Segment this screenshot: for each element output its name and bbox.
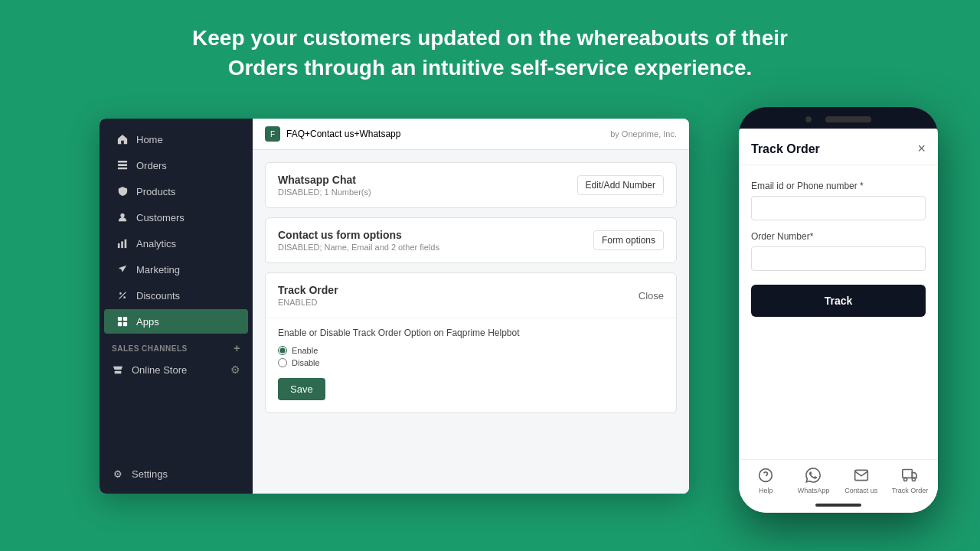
svg-rect-17 <box>903 470 913 478</box>
content-area: Whatsapp Chat DISABLED; 1 Number(s) Edit… <box>253 150 689 494</box>
help-icon <box>756 466 775 484</box>
sidebar-item-marketing[interactable]: Marketing <box>104 257 248 282</box>
track-label: Track Order <box>892 487 929 494</box>
order-input[interactable] <box>751 246 926 271</box>
svg-rect-0 <box>118 161 127 163</box>
topbar-left: F FAQ+Contact us+Whatsapp <box>265 126 400 142</box>
apps-icon <box>116 315 129 328</box>
topbar: F FAQ+Contact us+Whatsapp by Oneprime, I… <box>253 119 689 150</box>
track-order-body: Enable or Disable Track Order Option on … <box>266 318 676 412</box>
svg-marker-18 <box>913 473 917 478</box>
svg-rect-13 <box>123 322 127 326</box>
sidebar-item-home[interactable]: Home <box>104 127 248 152</box>
svg-point-8 <box>123 296 126 298</box>
analytics-icon <box>116 237 129 249</box>
whatsapp-edit-btn[interactable]: Edit/Add Number <box>577 175 664 195</box>
save-btn[interactable]: Save <box>278 378 325 400</box>
home-icon <box>116 133 129 145</box>
enable-radio-input[interactable] <box>278 346 287 355</box>
contact-card: Contact us form options DISABLED; Name, … <box>265 217 677 263</box>
phone-bottom-bar: Help WhatsApp Contact us <box>739 459 938 500</box>
contact-form-btn[interactable]: Form options <box>593 230 664 250</box>
customers-icon <box>116 211 129 223</box>
svg-rect-1 <box>118 164 127 166</box>
whatsapp-status: DISABLED; 1 Number(s) <box>278 187 371 197</box>
track-order-close-btn[interactable]: Close <box>639 290 664 302</box>
sidebar-item-discounts[interactable]: Discounts <box>104 283 248 308</box>
sidebar-item-customers[interactable]: Customers <box>104 205 248 230</box>
phone-bottom-outer: Help WhatsApp Contact us <box>739 459 938 513</box>
discounts-icon <box>116 289 129 302</box>
contact-icon <box>852 466 871 484</box>
phone-modal-title: Track Order <box>751 142 820 156</box>
whatsapp-title: Whatsapp Chat <box>278 174 371 186</box>
products-icon <box>116 185 129 197</box>
sales-channels-label: SALES CHANNELS + <box>100 334 253 357</box>
main-content: F FAQ+Contact us+Whatsapp by Oneprime, I… <box>253 119 689 494</box>
whatsapp-icon <box>804 466 822 484</box>
track-order-title: Track Order <box>278 284 338 296</box>
sidebar-item-orders[interactable]: Orders <box>104 153 248 178</box>
sidebar-item-analytics[interactable]: Analytics <box>104 231 248 256</box>
phone-nav-contact[interactable]: Contact us <box>844 466 878 494</box>
track-icon <box>900 466 919 484</box>
marketing-icon <box>116 263 129 276</box>
phone-top <box>739 107 938 129</box>
phone-modal-body: Email id or Phone number * Order Number*… <box>739 165 938 459</box>
contact-label: Contact us <box>844 487 877 494</box>
add-sales-channel-icon[interactable]: + <box>234 342 240 354</box>
enable-radio[interactable]: Enable <box>278 346 664 355</box>
phone-nav-track[interactable]: Track Order <box>892 466 929 494</box>
settings-icon: ⚙ <box>112 468 124 480</box>
phone-speaker <box>825 116 871 122</box>
contact-title: Contact us form options <box>278 229 439 241</box>
phone-camera <box>805 116 812 122</box>
settings-gear-icon[interactable]: ⚙ <box>230 364 240 376</box>
sidebar-item-settings[interactable]: ⚙ Settings <box>100 461 253 486</box>
headline: Keep your customers updated on the where… <box>0 0 980 98</box>
sidebar: Home Orders Products Customers <box>100 119 253 494</box>
sidebar-item-apps[interactable]: Apps <box>104 309 248 334</box>
contact-status: DISABLED; Name, Email and 2 other fields <box>278 243 439 252</box>
track-order-card: Track Order ENABLED Close Enable or Disa… <box>265 272 677 413</box>
contact-card-header: Contact us form options DISABLED; Name, … <box>266 218 676 262</box>
svg-rect-12 <box>118 322 122 326</box>
phone-modal: Track Order × Email id or Phone number *… <box>739 129 938 459</box>
email-field-label: Email id or Phone number * <box>751 181 926 191</box>
track-order-description: Enable or Disable Track Order Option on … <box>278 328 664 338</box>
phone-close-btn[interactable]: × <box>917 141 926 157</box>
phone-home-indicator <box>815 504 861 507</box>
email-input[interactable] <box>751 196 926 220</box>
track-order-header: Track Order ENABLED Close <box>266 273 676 318</box>
whatsapp-card-header: Whatsapp Chat DISABLED; 1 Number(s) Edit… <box>266 163 676 207</box>
phone-mockup: Track Order × Email id or Phone number *… <box>739 107 938 513</box>
svg-rect-11 <box>123 317 127 321</box>
radio-group: Enable Disable <box>278 346 664 367</box>
app-icon: F <box>265 126 280 142</box>
headline-line1: Keep your customers updated on the where… <box>192 26 788 50</box>
disable-radio-input[interactable] <box>278 358 287 367</box>
phone-modal-header: Track Order × <box>739 129 938 165</box>
whatsapp-card: Whatsapp Chat DISABLED; 1 Number(s) Edit… <box>265 162 677 208</box>
svg-point-20 <box>913 478 916 481</box>
order-field-label: Order Number* <box>751 231 926 242</box>
svg-rect-6 <box>125 240 127 248</box>
sidebar-item-online-store[interactable]: Online Store ⚙ <box>100 357 253 382</box>
phone-track-btn[interactable]: Track <box>751 285 926 317</box>
sidebar-item-products[interactable]: Products <box>104 179 248 204</box>
svg-rect-14 <box>115 371 122 374</box>
online-store-icon <box>112 364 124 376</box>
headline-line2: Orders through an intuitive self-service… <box>228 56 753 80</box>
svg-point-19 <box>904 478 907 481</box>
svg-rect-10 <box>118 317 122 321</box>
svg-rect-5 <box>121 241 123 248</box>
phone-nav-help[interactable]: Help <box>749 466 783 494</box>
orders-icon <box>116 159 129 171</box>
topbar-right: by Oneprime, Inc. <box>610 129 677 139</box>
help-label: Help <box>759 487 773 494</box>
whatsapp-label: WhatsApp <box>798 487 830 494</box>
svg-point-7 <box>119 292 122 295</box>
svg-rect-4 <box>118 243 120 248</box>
disable-radio[interactable]: Disable <box>278 358 664 367</box>
phone-nav-whatsapp[interactable]: WhatsApp <box>796 466 831 494</box>
